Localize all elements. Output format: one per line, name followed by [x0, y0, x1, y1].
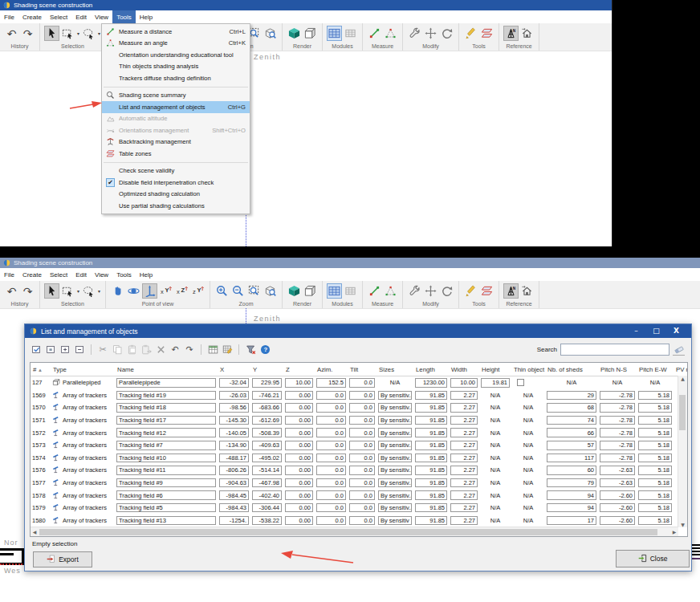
- value-box-azim[interactable]: 0.0: [316, 441, 346, 450]
- move-icon[interactable]: [423, 26, 438, 41]
- render-box-icon[interactable]: [303, 283, 318, 299]
- menubar-item-help[interactable]: Help: [136, 10, 157, 23]
- column-header-pitch_ew[interactable]: Pitch E-W: [637, 366, 674, 373]
- column-header-type[interactable]: Type: [51, 366, 115, 373]
- render-solid-icon[interactable]: [287, 26, 302, 41]
- value-box-z[interactable]: 0.00: [285, 428, 313, 437]
- lasso-select-icon[interactable]: [81, 283, 96, 299]
- table-edit-icon[interactable]: [221, 343, 234, 356]
- value-box-pitch_ew[interactable]: 5.18: [638, 490, 672, 500]
- value-box-width[interactable]: 2.27: [450, 478, 478, 488]
- scroll-right-icon[interactable]: ▶: [670, 527, 678, 536]
- value-box-tilt[interactable]: 0.0: [349, 516, 375, 526]
- value-box-name[interactable]: Tracking field #10: [116, 454, 216, 463]
- value-box-y[interactable]: 229.95: [252, 378, 282, 388]
- render-box-icon[interactable]: [303, 26, 318, 41]
- value-box-pitch_ns[interactable]: -2.78: [600, 454, 635, 463]
- value-box-pitch_ns[interactable]: -2.78: [600, 441, 635, 450]
- expand-icon[interactable]: [59, 343, 71, 356]
- menubar-item-create[interactable]: Create: [18, 10, 46, 23]
- value-box-name[interactable]: Tracking field #9: [116, 478, 216, 488]
- column-header-length[interactable]: Length: [413, 366, 449, 373]
- wrench-icon[interactable]: [407, 26, 422, 41]
- rect-select-icon[interactable]: [60, 283, 75, 299]
- value-box-name[interactable]: Tracking field #6: [116, 490, 216, 500]
- value-box-azim[interactable]: 0.0: [316, 454, 346, 463]
- value-box-pitch_ew[interactable]: 5.18: [638, 403, 672, 413]
- column-header-sizes[interactable]: Sizes: [376, 366, 413, 373]
- column-header-thin[interactable]: Thin object: [511, 366, 545, 373]
- value-box-sizes[interactable]: By sensitiv...: [378, 441, 412, 450]
- value-box-height[interactable]: 19.81: [481, 378, 510, 388]
- menubar-item-tools[interactable]: Tools: [112, 10, 136, 23]
- menubar-item-file[interactable]: File: [0, 268, 18, 281]
- value-box-width[interactable]: 2.27: [450, 391, 478, 401]
- value-box-sheds[interactable]: 94: [547, 503, 596, 513]
- value-box-y[interactable]: -612.69: [252, 416, 282, 425]
- export-button[interactable]: Export: [33, 551, 92, 567]
- value-box-sheds[interactable]: 94: [547, 490, 596, 500]
- menu-item-check-scene-validity[interactable]: Check scene validity: [102, 165, 250, 177]
- pencil-icon[interactable]: [463, 283, 478, 299]
- value-box-z[interactable]: 10.00: [285, 378, 313, 388]
- measure-angle-icon[interactable]: [383, 26, 398, 41]
- column-header-width[interactable]: Width: [449, 366, 479, 373]
- menu-item-use-partial-shading-calculations[interactable]: Use partial shading calculations: [102, 200, 250, 212]
- value-box-pitch_ns[interactable]: -2.60: [600, 490, 635, 500]
- menu-item-trackers-diffuse-shading-definition[interactable]: Trackers diffuse shading definition: [102, 72, 250, 84]
- column-header-pitch_ns[interactable]: Pitch N-S: [598, 366, 637, 373]
- table-values-icon[interactable]: [206, 343, 219, 356]
- help-icon[interactable]: ?: [258, 343, 271, 356]
- undo-small-icon[interactable]: ↶: [169, 343, 181, 356]
- value-box-length[interactable]: 91.85: [415, 466, 447, 475]
- menubar-item-file[interactable]: File: [0, 10, 18, 23]
- value-box-sizes[interactable]: By sensitiv...: [378, 403, 412, 413]
- value-box-length[interactable]: 91.85: [415, 391, 447, 401]
- value-box-y[interactable]: -683.66: [252, 403, 282, 413]
- value-box-sizes[interactable]: By sensitiv...: [378, 454, 412, 463]
- value-box-sizes[interactable]: By sensitiv: [378, 516, 412, 526]
- value-box-y[interactable]: -402.40: [252, 490, 282, 500]
- value-box-pitch_ew[interactable]: 5.18: [638, 416, 672, 425]
- dropdown-caret-icon[interactable]: ▾: [98, 288, 100, 294]
- menu-item-table-zones[interactable]: Table zones: [102, 148, 250, 160]
- zoom-window-icon[interactable]: [246, 283, 262, 299]
- rotate-icon[interactable]: [439, 283, 454, 299]
- value-box-z[interactable]: 0.00: [285, 466, 313, 475]
- value-box-name[interactable]: Tracking field #12: [116, 428, 216, 437]
- value-box-width[interactable]: 2.27: [450, 416, 478, 425]
- menubar-item-view[interactable]: View: [91, 10, 112, 23]
- value-box-pitch_ew[interactable]: 5.18: [638, 428, 672, 437]
- undo-icon[interactable]: ↶: [4, 283, 19, 299]
- menu-item-measure-a-distance[interactable]: Measure a distanceCtrl+L: [102, 26, 250, 38]
- value-box-sizes[interactable]: By sensitiv...: [378, 490, 412, 500]
- value-box-length[interactable]: 91.85: [415, 490, 447, 500]
- value-box-x[interactable]: -1254.: [219, 516, 249, 526]
- menubar-item-select[interactable]: Select: [46, 10, 71, 23]
- value-box-name[interactable]: Parallelepipede: [116, 378, 216, 388]
- value-box-sheds[interactable]: 66: [547, 428, 596, 437]
- value-box-length[interactable]: 91.85: [415, 516, 447, 526]
- menu-item-optimized-shading-calculation[interactable]: Optimized shading calculation: [102, 189, 250, 201]
- value-box-x[interactable]: -26.03: [219, 391, 249, 401]
- menubar-item-edit[interactable]: Edit: [71, 268, 91, 281]
- value-box-sizes[interactable]: By sensitiv...: [378, 466, 412, 475]
- orbit-icon[interactable]: [126, 283, 141, 299]
- render-solid-icon[interactable]: [287, 283, 302, 299]
- value-box-z[interactable]: 0.00: [285, 478, 313, 488]
- modules-gray-icon[interactable]: [343, 283, 358, 299]
- zoom-in-icon[interactable]: [214, 283, 230, 299]
- menubar-item-view[interactable]: View: [91, 268, 112, 281]
- menu-item-list-and-management-of-objects[interactable]: List and management of objectsCtrl+G: [102, 101, 250, 113]
- value-box-pitch_ns[interactable]: -2.63: [600, 466, 635, 475]
- value-box-pitch_ew[interactable]: 5.18: [638, 503, 672, 513]
- value-box-x[interactable]: -145.30: [219, 416, 249, 425]
- axis-xy-icon[interactable]: xY: [158, 283, 173, 299]
- value-box-sheds[interactable]: 74: [547, 416, 596, 425]
- select-none-icon[interactable]: [44, 343, 57, 356]
- value-box-pitch_ns[interactable]: -2.78: [600, 391, 635, 401]
- value-box-x[interactable]: -98.56: [219, 403, 249, 413]
- value-box-pitch_ns[interactable]: -2.78: [600, 428, 635, 437]
- undo-icon[interactable]: ↶: [4, 26, 19, 41]
- menu-item-measure-an-angle[interactable]: Measure an angleCtrl+K: [102, 38, 250, 50]
